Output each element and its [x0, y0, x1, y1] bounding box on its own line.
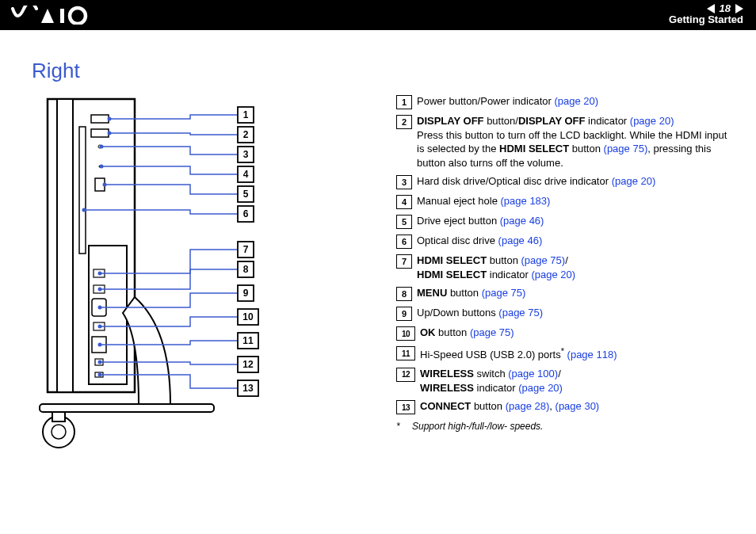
legend-desc-3: Hard disk drive/Optical disc drive indic… [417, 174, 732, 189]
legend-item-12: 12WIRELESS switch (page 100)/WIRELESS in… [396, 367, 732, 395]
legend-item-7: 7HDMI SELECT button (page 75)/HDMI SELEC… [396, 254, 732, 281]
page-content: Right [0, 30, 756, 474]
legend-num-12: 12 [396, 368, 415, 382]
legend-item-5: 5Drive eject button (page 46) [396, 214, 732, 229]
legend-item-1: 1Power button/Power indicator (page 20) [396, 94, 732, 109]
legend-list: 1Power button/Power indicator (page 20)2… [396, 91, 732, 432]
legend-item-2: 2DISPLAY OFF button/DISPLAY OFF indicato… [396, 114, 732, 170]
page-link[interactable]: (page 118) [567, 349, 617, 361]
footnote: *Support high-/full-/low- speeds. [396, 421, 732, 432]
legend-num-7: 7 [396, 254, 412, 269]
page-link[interactable]: (page 20) [518, 382, 563, 394]
page-link[interactable]: (page 20) [532, 269, 576, 280]
legend-desc-13: CONNECT button (page 28), (page 30) [420, 399, 732, 414]
legend-desc-4: Manual eject hole (page 183) [417, 194, 732, 208]
diagram-callout-5: 5 [243, 189, 249, 200]
legend-num-5: 5 [396, 215, 412, 229]
legend-item-3: 3Hard disk drive/Optical disc drive indi… [396, 174, 732, 189]
svg-point-30 [103, 183, 107, 187]
legend-item-4: 4Manual eject hole (page 183) [396, 194, 732, 209]
page-link[interactable]: (page 183) [501, 195, 551, 207]
page-nav: 18 Getting Started [669, 3, 743, 26]
legend-desc-5: Drive eject button (page 46) [417, 214, 732, 228]
legend-num-1: 1 [396, 95, 412, 109]
legend-num-3: 3 [396, 175, 412, 189]
diagram-callout-7: 7 [243, 244, 249, 255]
vaio-logo [11, 6, 98, 27]
legend-desc-12: WIRELESS switch (page 100)/WIRELESS indi… [420, 367, 732, 395]
svg-point-34 [98, 272, 102, 276]
svg-rect-21 [52, 412, 65, 421]
legend-desc-9: Up/Down buttons (page 75) [417, 306, 732, 320]
svg-point-20 [52, 425, 66, 439]
page-link[interactable]: (page 46) [498, 235, 543, 246]
svg-point-26 [100, 145, 104, 149]
legend-item-8: 8MENU button (page 75) [396, 286, 732, 301]
legend-item-11: 11Hi-Speed USB (USB 2.0) ports* (page 11… [396, 345, 732, 362]
legend-desc-10: OK button (page 75) [420, 326, 732, 340]
page-link[interactable]: (page 75) [482, 287, 526, 299]
page-link[interactable]: (page 20) [630, 115, 674, 127]
legend-desc-8: MENU button (page 75) [417, 286, 732, 300]
page-link[interactable]: (page 75) [498, 307, 543, 318]
legend-num-8: 8 [396, 287, 412, 301]
svg-point-28 [100, 165, 104, 169]
legend-desc-6: Optical disc drive (page 46) [417, 234, 732, 248]
page-link[interactable]: (page 30) [556, 400, 600, 412]
legend-num-6: 6 [396, 235, 412, 249]
svg-rect-4 [79, 127, 86, 254]
diagram-callout-8: 8 [243, 264, 249, 275]
vaio-logo-svg [11, 6, 98, 25]
page-link[interactable]: (page 20) [554, 95, 598, 107]
diagram-callout-11: 11 [242, 335, 254, 346]
diagram-callout-13: 13 [242, 383, 254, 394]
svg-rect-5 [91, 115, 109, 123]
svg-point-40 [98, 325, 102, 329]
page-link[interactable]: (page 75) [604, 143, 648, 154]
prev-page-icon[interactable] [707, 4, 715, 13]
diagram-callout-9: 9 [243, 288, 249, 299]
footnote-mark: * [396, 421, 412, 432]
svg-point-32 [82, 208, 86, 212]
diagram-callout-4: 4 [243, 169, 249, 180]
page-link[interactable]: (page 75) [521, 254, 566, 266]
svg-point-36 [98, 288, 102, 292]
page-link[interactable]: (page 100) [508, 368, 558, 380]
next-page-icon[interactable] [735, 4, 743, 13]
svg-point-22 [108, 117, 112, 121]
legend-num-2: 2 [396, 115, 412, 129]
svg-rect-3 [57, 99, 73, 392]
diagram-svg: 12345678910111213 [32, 91, 372, 456]
svg-point-1 [70, 8, 86, 24]
section-name: Getting Started [669, 14, 743, 25]
legend-num-11: 11 [396, 346, 415, 360]
legend-num-10: 10 [396, 326, 415, 341]
svg-rect-18 [40, 404, 214, 412]
legend-num-4: 4 [396, 195, 412, 209]
svg-point-24 [108, 132, 112, 135]
page-link[interactable]: (page 46) [500, 215, 544, 227]
diagram-callout-1: 1 [243, 109, 249, 120]
legend-desc-2: DISPLAY OFF button/DISPLAY OFF indicator… [417, 114, 732, 170]
legend-desc-1: Power button/Power indicator (page 20) [417, 94, 732, 109]
page-link[interactable]: (page 28) [506, 400, 550, 412]
legend-num-9: 9 [396, 307, 412, 321]
diagram-callout-10: 10 [242, 311, 254, 322]
svg-point-42 [98, 343, 102, 347]
legend-item-10: 10OK button (page 75) [396, 326, 732, 341]
diagram-callout-3: 3 [243, 149, 249, 160]
page-title: Right [32, 59, 732, 83]
diagram-callout-6: 6 [243, 208, 249, 219]
legend-desc-11: Hi-Speed USB (USB 2.0) ports* (page 118) [420, 345, 732, 362]
legend-item-13: 13CONNECT button (page 28), (page 30) [396, 399, 732, 414]
svg-point-46 [98, 373, 102, 377]
svg-rect-0 [60, 9, 64, 23]
svg-point-38 [98, 306, 102, 310]
page-link[interactable]: (page 20) [612, 175, 656, 187]
page-number: 18 [720, 3, 731, 14]
page-link[interactable]: (page 75) [470, 326, 514, 338]
legend-item-6: 6Optical disc drive (page 46) [396, 234, 732, 249]
legend-item-9: 9Up/Down buttons (page 75) [396, 306, 732, 321]
diagram-callout-2: 2 [243, 129, 249, 140]
device-diagram: 12345678910111213 [32, 91, 372, 458]
